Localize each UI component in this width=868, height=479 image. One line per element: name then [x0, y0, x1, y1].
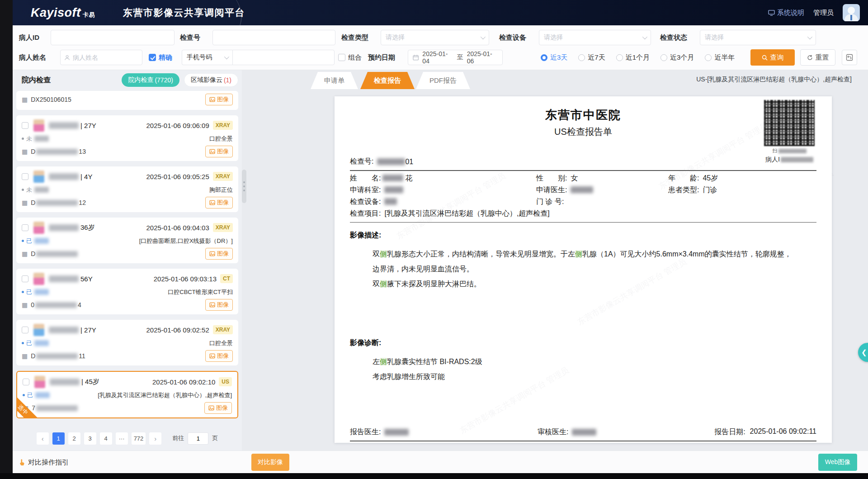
range-7days-radio[interactable]: 近7天	[578, 53, 605, 62]
search-button[interactable]: 查询	[750, 49, 795, 66]
item-checkbox[interactable]	[22, 327, 28, 333]
image-icon	[208, 405, 214, 411]
date-end-value: 2025-01-06	[467, 50, 498, 65]
patient-id-input[interactable]	[51, 30, 175, 45]
item-checkbox[interactable]	[22, 275, 28, 282]
view-image-label: 图像	[217, 199, 229, 207]
logo-text: Kayisoft	[31, 6, 81, 19]
redacted-patient-name	[49, 275, 79, 282]
redacted-exam-number	[36, 353, 78, 359]
page-button-4[interactable]: 4	[100, 432, 112, 445]
redacted-status	[34, 340, 49, 346]
view-image-button[interactable]: 图像	[205, 248, 233, 260]
prev-page-button[interactable]: ‹	[37, 432, 49, 445]
patient-name-field[interactable]	[60, 50, 142, 65]
tab-regional-cloud[interactable]: 区域影像云(1)	[184, 73, 238, 87]
list-item[interactable]: | 4Y 2025-01-06 09:05:25 XRAY 未 胸部正位 ▦ D…	[16, 166, 238, 212]
page-button-3[interactable]: 3	[84, 432, 96, 445]
report-tabs: 申请单 检查报告 PDF报告 US-[乳腺及其引流区淋巴结彩超（乳腺中心）,超声…	[246, 70, 868, 89]
status-badge: 已	[23, 391, 50, 399]
range-halfyear-radio[interactable]: 近半年	[705, 53, 735, 62]
goto-page-input[interactable]	[188, 432, 208, 445]
filter-bar: 病人ID 检查号 检查类型 请选择 检查设备 请选择 检查状态 请选择 病人姓名…	[13, 25, 868, 70]
exam-description: 胸部正位	[209, 186, 233, 194]
range-1month-radio[interactable]: 近1个月	[616, 53, 650, 62]
list-item[interactable]: 36岁 2025-01-06 09:04:03 XRAY 已 [口腔曲面断层,口…	[16, 218, 238, 263]
exam-number: 7	[32, 404, 79, 412]
system-help-link[interactable]: 系统说明	[768, 9, 804, 17]
layout-toggle-button[interactable]	[842, 50, 857, 65]
view-image-button[interactable]: 图像	[205, 299, 233, 311]
redacted-status	[34, 238, 49, 244]
web-image-button[interactable]: Web图像	[818, 454, 857, 471]
device-select[interactable]: 请选择	[539, 30, 651, 45]
item-checkbox[interactable]	[23, 379, 29, 385]
device-label: 检查设备	[499, 30, 526, 45]
page-button-2[interactable]: 2	[68, 432, 80, 445]
compare-images-button[interactable]: 对比影像	[251, 454, 289, 471]
patient-name-input[interactable]	[73, 54, 127, 61]
field-empty	[668, 196, 816, 208]
view-image-button[interactable]: 图像	[205, 350, 233, 362]
page-button-1[interactable]: 1	[52, 432, 65, 445]
page-ellipsis[interactable]: ···	[116, 432, 128, 445]
compare-guide-label: 对比操作指引	[28, 458, 69, 467]
view-image-button[interactable]: 图像	[205, 146, 233, 157]
exam-type-select[interactable]: 请选择	[381, 30, 489, 45]
view-image-button[interactable]: 图像	[204, 402, 232, 414]
list-item[interactable]: | 27Y 2025-01-06 09:06:09 XRAY 未 口腔全景 ▦ …	[16, 115, 238, 161]
tab-request-form[interactable]: 申请单	[311, 72, 358, 89]
exam-no-input[interactable]	[212, 30, 335, 45]
list-item[interactable]: | 27Y 2025-01-06 09:02:52 XRAY 已 口腔全景 ▦ …	[16, 320, 238, 365]
list-item-partial[interactable]: ▦ DX250106015 图像	[16, 91, 238, 110]
item-checkbox[interactable]	[22, 224, 28, 231]
tab-exam-report[interactable]: 检查报告	[360, 72, 415, 89]
redacted-text	[781, 157, 813, 162]
exam-type-label: 检查类型	[341, 30, 368, 45]
range-3days-radio[interactable]: 近3天	[541, 53, 567, 62]
list-item-selected[interactable]: | 45岁 2025-01-06 09:02:10 US 已 [乳腺及其引流区淋…	[16, 371, 238, 418]
reset-button[interactable]: 重置	[800, 49, 835, 66]
patient-avatar	[33, 324, 44, 336]
view-image-button[interactable]: 图像	[205, 94, 233, 105]
redacted-value	[571, 186, 593, 193]
compare-guide-link[interactable]: 对比操作指引	[18, 451, 69, 474]
redacted-patient-name	[50, 379, 80, 385]
chevron-down-icon	[642, 34, 647, 39]
tab-hospital-exams[interactable]: 院内检查(7720)	[122, 73, 179, 87]
status-select[interactable]: 请选择	[700, 30, 816, 45]
patient-age: 36岁	[80, 223, 95, 232]
patient-avatar	[33, 171, 44, 183]
page-button-772[interactable]: 772	[132, 432, 146, 445]
search-button-label: 查询	[770, 53, 784, 62]
list-panel-title: 院内检查	[22, 76, 51, 85]
report-footer-row: 报告医生: 审核医生: 报告日期:2025-01-06 09:02:11	[350, 427, 816, 437]
exact-checkbox[interactable]: 精确	[149, 50, 172, 65]
panel-resize-handle[interactable]	[242, 170, 246, 203]
date-range-picker[interactable]: 2025-01-04 至 2025-01-06	[408, 50, 503, 65]
grid-icon: ▦	[22, 352, 28, 360]
exam-datetime: 2025-01-06 09:02:52	[146, 326, 209, 334]
list-item[interactable]: 56Y 2025-01-06 09:03:13 CT 已 口腔CBCT锥形束CT…	[16, 269, 238, 314]
field-name: 姓 名:花	[350, 172, 536, 184]
range-3months-radio[interactable]: 近3个月	[660, 53, 694, 62]
view-image-label: 图像	[217, 352, 229, 360]
user-avatar[interactable]	[843, 4, 860, 21]
tab-pdf-report[interactable]: PDF报告	[416, 72, 470, 89]
phone-input[interactable]	[232, 50, 335, 65]
view-image-button[interactable]: 图像	[205, 197, 233, 209]
avatar-tie	[850, 15, 852, 20]
field-outpatient-no: 门 诊 号:	[536, 196, 668, 208]
combo-checkbox[interactable]: 组合	[338, 50, 362, 65]
exam-number: DX250106015	[31, 96, 71, 103]
user-name[interactable]: 管理员	[813, 9, 834, 17]
item-checkbox[interactable]	[22, 122, 28, 129]
topbar-right: 系统说明 管理员	[768, 4, 860, 21]
exam-datetime: 2025-01-06 09:06:09	[146, 122, 209, 129]
item-checkbox[interactable]	[22, 173, 28, 180]
redacted-patient-name	[49, 327, 79, 333]
radio-selected-icon	[541, 54, 547, 61]
next-page-button[interactable]: ›	[149, 432, 161, 445]
image-icon	[209, 149, 215, 155]
phone-type-select[interactable]: 手机号码	[182, 50, 232, 65]
